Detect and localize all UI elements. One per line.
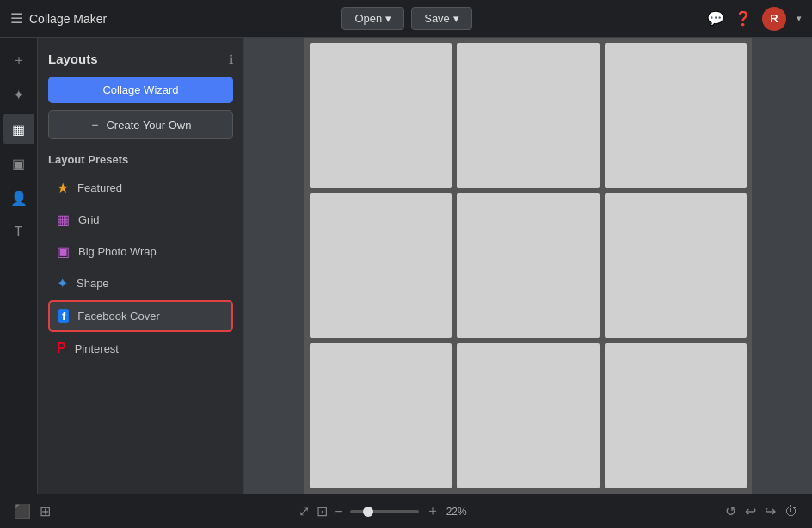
presets-section-title: Layout Presets — [48, 153, 233, 166]
sidebar-icon-layouts[interactable]: ▦ — [3, 114, 34, 144]
save-button[interactable]: Save ▾ — [411, 7, 472, 30]
collage-cell-5[interactable] — [457, 193, 599, 339]
preset-item-featured[interactable]: ★ Featured — [48, 173, 233, 203]
bottombar: ⬛ ⊞ ⤢ ⊡ − ＋ 22% ↺ ↩ ↪ ⏱ — [0, 494, 812, 528]
preset-label-featured: Featured — [77, 181, 122, 194]
grid-view-icon[interactable]: ⊞ — [40, 503, 51, 519]
collage-cell-9[interactable] — [605, 343, 747, 488]
zoom-in-icon[interactable]: ＋ — [426, 502, 440, 520]
collage-cell-7[interactable] — [310, 343, 452, 488]
chat-icon[interactable]: 💬 — [707, 10, 724, 27]
sidebar-icon-effects[interactable]: ✦ — [3, 79, 34, 110]
fit-screen-icon[interactable]: ⤢ — [298, 503, 310, 519]
bottombar-left: ⬛ ⊞ — [14, 503, 51, 519]
app-title: Collage Maker — [29, 12, 107, 26]
info-icon[interactable]: ℹ — [229, 52, 233, 66]
bottombar-right: ↺ ↩ ↪ ⏱ — [725, 503, 798, 519]
panel-header: Layouts ℹ — [48, 52, 233, 66]
main-content: ＋ ✦ ▦ ▣ 👤 T Layouts ℹ Collage Wizard ＋ C… — [0, 38, 812, 494]
collage-cell-6[interactable] — [605, 193, 747, 339]
collage-cell-4[interactable] — [310, 193, 452, 339]
grid-icon: ▦ — [57, 212, 70, 228]
topbar-center: Open ▾ Save ▾ — [341, 7, 471, 30]
sidebar-icon-add[interactable]: ＋ — [3, 45, 34, 76]
preset-label-big-photo-wrap: Big Photo Wrap — [78, 245, 157, 258]
collage-cell-8[interactable] — [457, 343, 599, 488]
zoom-slider[interactable] — [350, 510, 419, 513]
layers-icon[interactable]: ⬛ — [14, 503, 31, 519]
sidebar-icon-text[interactable]: T — [3, 217, 34, 248]
zoom-out-icon[interactable]: − — [335, 504, 342, 519]
preset-label-grid: Grid — [78, 213, 100, 226]
history-icon[interactable]: ⏱ — [784, 504, 798, 519]
preset-item-pinterest[interactable]: P Pinterest — [48, 334, 233, 363]
refresh-icon[interactable]: ↺ — [725, 503, 736, 519]
preset-item-big-photo-wrap[interactable]: ▣ Big Photo Wrap — [48, 236, 233, 267]
redo-icon[interactable]: ↪ — [765, 503, 776, 519]
collage-cell-1[interactable] — [310, 43, 452, 188]
avatar[interactable]: R — [762, 7, 786, 31]
collage-cell-2[interactable] — [457, 43, 599, 188]
create-own-button[interactable]: ＋ Create Your Own — [48, 110, 233, 139]
preset-label-facebook-cover: Facebook Cover — [77, 310, 159, 322]
bottombar-center: ⤢ ⊡ − ＋ 22% — [298, 502, 477, 520]
preset-item-shape[interactable]: ✦ Shape — [48, 268, 233, 298]
panel-sidebar: Layouts ℹ Collage Wizard ＋ Create Your O… — [38, 38, 244, 494]
panel-title: Layouts — [48, 52, 98, 66]
pinterest-icon: P — [57, 341, 66, 356]
undo-icon[interactable]: ↩ — [745, 503, 756, 519]
collage-wizard-button[interactable]: Collage Wizard — [48, 77, 233, 103]
menu-icon[interactable]: ☰ — [10, 10, 22, 27]
preset-list: ★ Featured ▦ Grid ▣ Big Photo Wrap ✦ Sha… — [48, 173, 233, 363]
open-button[interactable]: Open ▾ — [341, 7, 404, 30]
crop-icon[interactable]: ⊡ — [317, 503, 328, 519]
collage-grid — [304, 38, 752, 494]
sidebar-icon-people[interactable]: 👤 — [3, 182, 34, 213]
zoom-percent: 22% — [446, 506, 477, 518]
avatar-chevron-icon[interactable]: ▾ — [797, 13, 802, 24]
featured-icon: ★ — [57, 180, 69, 196]
preset-label-pinterest: Pinterest — [75, 342, 119, 355]
topbar-right: 💬 ❓ R ▾ — [707, 7, 802, 31]
facebook-icon: f — [58, 309, 69, 323]
topbar-left: ☰ Collage Maker — [10, 10, 107, 27]
big-photo-wrap-icon: ▣ — [57, 243, 70, 260]
shape-icon: ✦ — [57, 275, 68, 292]
plus-icon: ＋ — [89, 117, 101, 132]
preset-label-shape: Shape — [77, 277, 109, 290]
preset-item-facebook-cover[interactable]: f Facebook Cover — [48, 300, 233, 332]
sidebar-icon-photos[interactable]: ▣ — [3, 148, 34, 179]
preset-item-grid[interactable]: ▦ Grid — [48, 205, 233, 235]
canvas-area[interactable] — [244, 38, 812, 494]
collage-cell-3[interactable] — [605, 43, 747, 188]
icon-sidebar: ＋ ✦ ▦ ▣ 👤 T — [0, 38, 38, 494]
topbar: ☰ Collage Maker Open ▾ Save ▾ 💬 ❓ R ▾ — [0, 0, 812, 38]
help-icon[interactable]: ❓ — [735, 10, 752, 27]
